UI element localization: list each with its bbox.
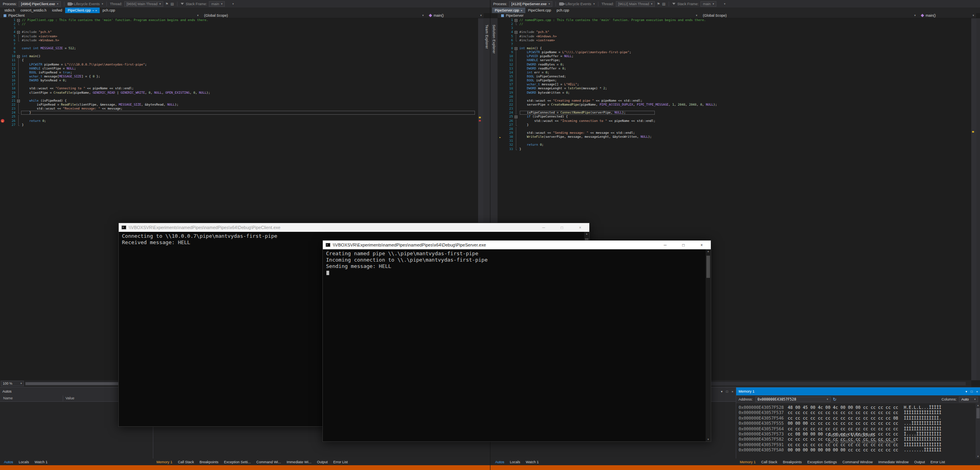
process-label: Process: <box>493 2 507 6</box>
stack-frame-dropdown-left[interactable]: main▾ <box>209 1 225 7</box>
close-icon[interactable]: × <box>976 390 978 393</box>
panel-tab-autos[interactable]: Autos <box>2 460 15 464</box>
panel-tab-locals[interactable]: Locals <box>16 460 31 464</box>
minimize-button[interactable]: ─ <box>534 223 553 232</box>
line-number: 26 <box>502 119 514 123</box>
fold-toggle-icon[interactable] <box>17 55 20 58</box>
memory-caption[interactable]: Memory 1 ▾□× <box>736 387 980 395</box>
panel-tab-locals[interactable]: Locals <box>507 460 523 464</box>
show-threads-icon[interactable]: ▤ <box>170 2 174 6</box>
panel-tab-immediate-window[interactable]: Immediate Window <box>876 460 911 464</box>
thread-dropdown-left[interactable]: [9656] Main Thread▾ <box>124 1 163 7</box>
fold-toggle-icon[interactable] <box>515 116 517 118</box>
tab-iosfwd[interactable]: iosfwd <box>49 8 65 13</box>
tab-pch-cpp[interactable]: pch.cpp <box>100 8 118 13</box>
refresh-icon[interactable]: ↻ <box>833 397 837 402</box>
tab-stdio-h[interactable]: stdio.h <box>2 8 18 13</box>
panel-tab-call-stack[interactable]: Call Stack <box>759 460 780 464</box>
columns-dropdown[interactable]: Auto▾ <box>959 397 978 402</box>
panel-tab-call-stack[interactable]: Call Stack <box>176 460 197 464</box>
thread-dropdown-right[interactable]: [9612] Main Thread▾ <box>616 1 655 7</box>
filter-icon[interactable] <box>672 3 675 5</box>
fold-toggle-icon[interactable] <box>515 47 517 50</box>
close-icon[interactable]: × <box>731 390 733 393</box>
tab-pipeclient-cpp[interactable]: PipeClient.cpp●× <box>65 8 100 13</box>
member-dropdown-left[interactable]: main()▾ <box>426 13 484 18</box>
zoom-dropdown-left[interactable]: 100 %▾ <box>1 381 24 386</box>
memory-content[interactable]: 0x000000E43057F52848 00 45 00 4c 00 4c 0… <box>736 403 976 458</box>
close-button[interactable]: × <box>571 223 589 232</box>
maximize-icon[interactable]: □ <box>726 390 728 393</box>
lifecycle-events-button[interactable]: Lifecycle Events <box>74 2 100 6</box>
close-button[interactable]: × <box>693 241 711 249</box>
panel-tab-breakpoints[interactable]: Breakpoints <box>781 460 804 464</box>
fold-margin <box>514 30 518 34</box>
memory-scrollbar[interactable]: ▲ ▼ <box>976 403 980 458</box>
maximize-button[interactable]: □ <box>553 223 571 232</box>
panel-tab-exception-setti[interactable]: Exception Setti... <box>222 460 253 464</box>
process-dropdown-right[interactable]: [4120] PipeServer.exe▾ <box>509 1 552 7</box>
toolbar-overflow-icon[interactable]: ▾ <box>232 2 234 6</box>
close-icon[interactable]: × <box>95 9 97 12</box>
scroll-up-icon[interactable]: ▲ <box>976 404 980 406</box>
panel-tab-output[interactable]: Output <box>314 460 330 464</box>
console-scrollbar[interactable]: ▲ ▼ <box>706 249 711 441</box>
window-position-icon[interactable]: ▾ <box>965 390 967 393</box>
tab-pch-cpp[interactable]: pch.cpp <box>554 8 572 13</box>
panel-tab-error-list[interactable]: Error List <box>928 460 947 464</box>
scrollbar-thumb[interactable] <box>976 408 980 418</box>
panel-tab-command-window[interactable]: Command Window <box>840 460 875 464</box>
console-output-pipeserver[interactable]: Creating named pipe \\.\pipe\mantvydas-f… <box>323 249 711 441</box>
console-title-bar-pipeserver[interactable]: \\VBOXSVR\Experiments\namedPipes\namedPi… <box>323 241 711 249</box>
fold-toggle-icon[interactable] <box>515 31 517 34</box>
flag-icon[interactable]: ⚑ <box>165 2 168 6</box>
fold-toggle-icon[interactable] <box>17 31 20 34</box>
scroll-down-icon[interactable]: ▼ <box>706 438 711 441</box>
panel-tab-output[interactable]: Output <box>912 460 927 464</box>
panel-tab-breakpoints[interactable]: Breakpoints <box>197 460 221 464</box>
member-dropdown-right[interactable]: main()▾ <box>918 13 976 18</box>
flag-icon[interactable]: ⚑ <box>657 2 660 6</box>
tab-solution-explorer[interactable]: Solution Explorer <box>492 25 496 54</box>
panel-tab-command-wi[interactable]: Command Wi... <box>254 460 284 464</box>
maximize-icon[interactable]: □ <box>970 390 972 393</box>
stack-frame-dropdown-right[interactable]: main▾ <box>700 1 716 7</box>
panel-tab-immediate-wi[interactable]: Immediate Wi... <box>284 460 314 464</box>
scroll-down-icon[interactable]: ▼ <box>976 455 980 458</box>
panel-tab-watch-1[interactable]: Watch 1 <box>523 460 541 464</box>
fold-toggle-icon[interactable] <box>515 19 517 22</box>
scrollbar-thumb[interactable] <box>706 256 710 278</box>
project-dropdown-right[interactable]: PipeServer▾ <box>498 13 699 18</box>
console-title-bar-pipeclient[interactable]: \\VBOXSVR\Experiments\namedPipes\namedPi… <box>119 223 589 232</box>
scroll-up-icon[interactable]: ▲ <box>584 233 589 235</box>
lifecycle-events-button[interactable]: Lifecycle Events <box>565 2 591 6</box>
process-dropdown-left[interactable]: [4984] PipeClient.exe▾ <box>19 1 61 7</box>
tab-pipeclient-cpp[interactable]: PipeClient.cpp <box>525 8 554 13</box>
show-threads-icon[interactable]: ▤ <box>662 2 666 6</box>
filter-icon[interactable] <box>181 3 184 5</box>
scope-dropdown-left[interactable]: (Global Scope)▾ <box>201 13 426 18</box>
panel-tab-error-list[interactable]: Error List <box>331 460 350 464</box>
scroll-up-icon[interactable]: ▲ <box>706 250 711 252</box>
project-dropdown-left[interactable]: PipeClient▾ <box>0 13 201 18</box>
minimize-button[interactable]: ─ <box>656 241 674 249</box>
toolbar-overflow-icon[interactable]: ▾ <box>724 2 725 6</box>
breakpoint-margin <box>0 39 5 42</box>
tab-pipeserver-cpp[interactable]: PipeServer.cpp× <box>492 8 525 13</box>
editor-vertical-scrollbar-right[interactable] <box>971 18 976 380</box>
panel-tab-exception-settings[interactable]: Exception Settings <box>805 460 839 464</box>
panel-tab-memory-1[interactable]: Memory 1 <box>154 460 175 464</box>
memory-address: 0x000000E43057F5A0 <box>739 447 784 452</box>
panel-tab-memory-1[interactable]: Memory 1 <box>737 460 758 464</box>
fold-toggle-icon[interactable] <box>17 100 20 102</box>
tab-team-explorer[interactable]: Team Explorer <box>485 25 489 49</box>
address-input[interactable]: 0x000000E43057F528▾ <box>755 397 831 402</box>
panel-tab-autos[interactable]: Autos <box>493 460 507 464</box>
close-icon[interactable]: × <box>521 9 523 12</box>
maximize-button[interactable]: □ <box>674 241 693 249</box>
tab-corecrt-wstdio-h[interactable]: corecrt_wstdio.h <box>18 8 50 13</box>
fold-toggle-icon[interactable] <box>17 19 20 22</box>
scope-dropdown-right[interactable]: (Global Scope)▾ <box>699 13 918 18</box>
window-position-icon[interactable]: ▾ <box>721 390 722 393</box>
panel-tab-watch-1[interactable]: Watch 1 <box>32 460 50 464</box>
